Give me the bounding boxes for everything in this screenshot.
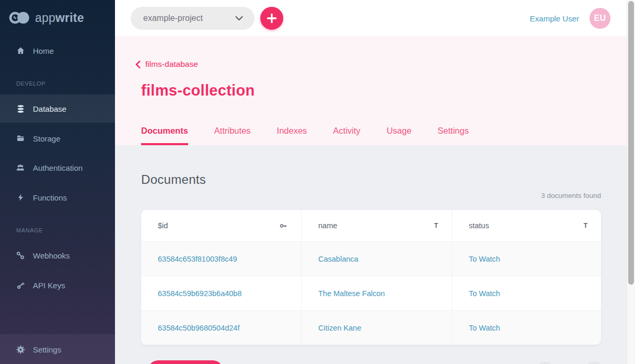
sidebar-item-functions[interactable]: Functions [0, 183, 115, 212]
user-menu[interactable]: Example User EU [530, 8, 610, 29]
logo-wordmark: appwrite [35, 11, 84, 25]
sidebar-item-label: Storage [33, 134, 61, 143]
folder-icon [16, 134, 25, 143]
sidebar-item-storage[interactable]: Storage [0, 124, 115, 152]
sidebar-item-home[interactable]: Home [0, 37, 115, 65]
documents-table: $id name T status T 63584c653 [141, 210, 601, 345]
users-icon [16, 163, 25, 172]
sidebar-item-label: API Keys [33, 281, 65, 290]
cell-status: To Watch [452, 311, 601, 345]
breadcrumb-label: films-database [145, 60, 198, 69]
page-header: films-database films-collection Document… [115, 36, 627, 145]
table-row[interactable]: 63584c59b6923b6a40b8 The Maltese Falcon … [141, 276, 601, 310]
scrollbar-track [627, 0, 635, 364]
chevron-down-icon [235, 16, 243, 21]
column-label: $id [158, 221, 168, 230]
avatar: EU [590, 8, 610, 29]
sidebar-section-manage: MANAGE [16, 227, 43, 233]
link-icon [16, 251, 25, 260]
tab-activity[interactable]: Activity [333, 120, 360, 145]
cell-document-id: 63584c653f81003f8c49 [141, 242, 301, 276]
cell-document-id: 63584c50b9680504d24f [141, 311, 301, 345]
sidebar-item-label: Authentication [33, 163, 83, 172]
cell-document-id: 63584c59b6923b6a40b8 [141, 276, 301, 310]
appwrite-logo-icon [9, 10, 30, 26]
gear-icon [16, 345, 25, 354]
appwrite-logo[interactable]: appwrite [9, 10, 84, 26]
sidebar-item-label: Settings [33, 345, 61, 354]
plus-icon [267, 13, 277, 24]
cell-status: To Watch [452, 276, 601, 310]
sidebar-item-database[interactable]: Database [0, 95, 115, 123]
documents-count: 3 documents found [541, 192, 601, 199]
cell-name: Citizen Kane [301, 311, 452, 345]
sidebar-item-label: Functions [33, 193, 67, 202]
cell-status: To Watch [452, 242, 601, 276]
home-icon [16, 46, 25, 55]
sidebar-item-label: Home [33, 46, 54, 55]
sidebar: appwrite Home DEVELOP Database St [0, 0, 115, 364]
tab-bar: Documents Attributes Indexes Activity Us… [141, 120, 469, 145]
table-row[interactable]: 63584c50b9680504d24f Citizen Kane To Wat… [141, 310, 601, 345]
add-document-button[interactable] [148, 360, 223, 364]
content-area: Documents 3 documents found $id name T [115, 145, 627, 364]
tab-indexes[interactable]: Indexes [277, 120, 307, 145]
project-selector[interactable]: example-project [131, 7, 255, 30]
table-header-row: $id name T status T [141, 210, 601, 241]
tab-documents[interactable]: Documents [141, 120, 188, 145]
pagination-next-button[interactable] [583, 362, 605, 364]
cell-name: Casablanca [301, 242, 452, 276]
sidebar-section-develop: DEVELOP [16, 80, 45, 87]
page-title: films-collection [141, 82, 255, 99]
cell-name: The Maltese Falcon [301, 276, 452, 310]
key-icon [280, 222, 287, 230]
lightning-icon [16, 193, 25, 202]
breadcrumb[interactable]: films-database [135, 60, 198, 69]
text-type-icon: T [434, 222, 438, 229]
column-header-id: $id [141, 210, 301, 241]
pagination-prev-button[interactable] [534, 362, 556, 364]
section-heading: Documents [141, 172, 206, 187]
column-label: name [318, 221, 337, 230]
table-row[interactable]: 63584c653f81003f8c49 Casablanca To Watch [141, 241, 601, 276]
sidebar-item-label: Webhooks [33, 251, 70, 260]
tab-usage[interactable]: Usage [387, 120, 412, 145]
add-project-button[interactable] [260, 7, 283, 30]
sidebar-item-label: Database [33, 104, 66, 113]
tab-attributes[interactable]: Attributes [214, 120, 251, 145]
topbar: example-project Example User EU [115, 0, 627, 36]
chevron-left-icon [135, 61, 141, 68]
key-icon [16, 281, 25, 290]
sidebar-item-authentication[interactable]: Authentication [0, 154, 115, 182]
user-name: Example User [530, 14, 579, 23]
column-header-status: status T [452, 210, 601, 241]
database-icon [16, 104, 25, 113]
column-header-name: name T [301, 210, 452, 241]
column-label: status [469, 221, 489, 230]
text-type-icon: T [584, 222, 587, 229]
sidebar-item-api-keys[interactable]: API Keys [0, 271, 115, 299]
scrollbar-thumb[interactable] [628, 1, 634, 285]
tab-settings[interactable]: Settings [437, 120, 469, 145]
project-selector-value: example-project [143, 14, 203, 23]
sidebar-item-webhooks[interactable]: Webhooks [0, 241, 115, 269]
appwrite-console: appwrite Home DEVELOP Database St [0, 0, 635, 364]
sidebar-item-settings[interactable]: Settings [0, 335, 115, 363]
